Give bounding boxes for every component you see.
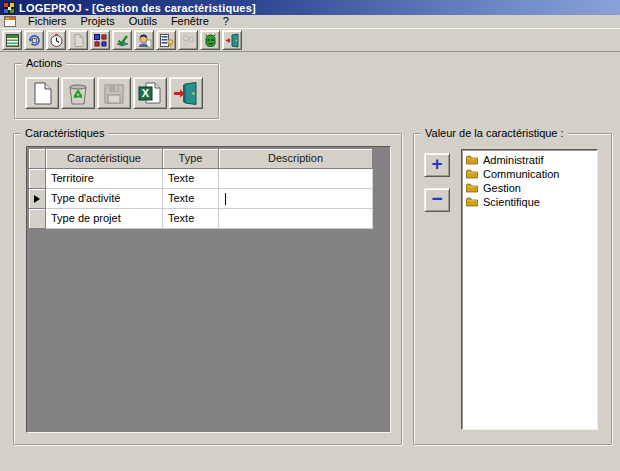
menu-bar: Fichiers Projets Outils Fenêtre ? [0, 15, 620, 28]
toolbar-access-keys-button[interactable] [156, 30, 176, 50]
clock-icon [49, 33, 64, 48]
recycle-bin-icon [65, 81, 91, 106]
access-key-list-icon [159, 33, 174, 48]
cell-type[interactable]: Texte [163, 209, 219, 229]
application-window: LOGEPROJ - [Gestion des caractéristiques… [0, 0, 620, 471]
export-excel-button[interactable]: X [133, 77, 167, 109]
add-value-button[interactable]: + [424, 153, 450, 177]
cell-caracteristique[interactable]: Type de projet [46, 209, 163, 229]
menu-fenetre[interactable]: Fenêtre [164, 15, 216, 28]
list-item-administratif[interactable]: Administratif [466, 153, 597, 167]
column-header-type: Type [163, 149, 219, 169]
menu-outils[interactable]: Outils [122, 15, 164, 28]
menu-aide[interactable]: ? [216, 15, 236, 28]
form-window-icon[interactable] [4, 16, 16, 27]
cell-caracteristique[interactable]: Territoire [46, 169, 163, 189]
list-item-scientifique[interactable]: Scientifique [466, 195, 597, 209]
new-document-disabled-icon [71, 33, 86, 48]
cell-type[interactable]: Texte [163, 189, 219, 209]
toolbar-new-disabled-button[interactable] [68, 30, 88, 50]
table-row[interactable]: Territoire Texte [29, 169, 373, 189]
client-area: Actions [0, 52, 620, 471]
characteristics-groupbox: Caractéristiques Caractéristique Type De… [13, 133, 402, 445]
validate-check-icon [115, 33, 130, 48]
toolbar-clock-button[interactable] [46, 30, 66, 50]
folder-icon [466, 155, 478, 165]
delete-button[interactable] [61, 77, 95, 109]
users-disabled-icon [181, 33, 196, 48]
quit-button[interactable] [169, 77, 203, 109]
floppy-disk-icon [101, 81, 127, 106]
toolbar-diagram-button[interactable] [90, 30, 110, 50]
new-document-icon [29, 81, 55, 106]
characteristics-table-icon [5, 33, 20, 48]
column-header-description: Description [219, 149, 373, 169]
cell-description[interactable] [219, 169, 373, 189]
toolbar-robot-button[interactable] [200, 30, 220, 50]
user-icon [137, 33, 152, 48]
toolbar-refresh-projects-button[interactable] [24, 30, 44, 50]
toolbar-users-disabled-button[interactable] [178, 30, 198, 50]
robot-icon [203, 33, 218, 48]
toolbar-characteristics-button[interactable] [2, 30, 22, 50]
menu-projets[interactable]: Projets [74, 15, 122, 28]
table-row-current[interactable]: Type d'activité Texte [29, 189, 373, 209]
characteristics-grid[interactable]: Caractéristique Type Description Territo… [26, 146, 391, 433]
folder-icon [466, 197, 478, 207]
row-selector-current[interactable] [29, 189, 46, 209]
values-groupbox: Valeur de la caractéristique : + − Admin… [413, 133, 612, 445]
folder-icon [466, 183, 478, 193]
characteristics-table: Caractéristique Type Description Territo… [29, 149, 373, 229]
new-button[interactable] [25, 77, 59, 109]
folder-icon [466, 169, 478, 179]
current-row-arrow-icon [34, 195, 40, 203]
title-bar[interactable]: LOGEPROJ - [Gestion des caractéristiques… [0, 0, 620, 15]
row-selector[interactable] [29, 209, 46, 229]
list-item-communication[interactable]: Communication [466, 167, 597, 181]
actions-label: Actions [22, 57, 66, 69]
actions-button-row: X [25, 77, 203, 109]
list-item-gestion[interactable]: Gestion [466, 181, 597, 195]
svg-text:X: X [142, 87, 150, 99]
toolbar-exit-button[interactable] [222, 30, 242, 50]
exit-door-icon [225, 33, 240, 48]
cell-caracteristique[interactable]: Type d'activité [46, 189, 163, 209]
column-header-caracteristique: Caractéristique [46, 149, 163, 169]
window-title: LOGEPROJ - [Gestion des caractéristiques… [19, 2, 256, 14]
values-label: Valeur de la caractéristique : [421, 127, 568, 139]
toolbar [0, 28, 620, 52]
values-listbox[interactable]: Administratif Communication Gestion [461, 149, 598, 430]
refresh-projects-icon [27, 33, 42, 48]
app-logo-icon [3, 2, 15, 14]
row-selector[interactable] [29, 169, 46, 189]
table-row[interactable]: Type de projet Texte [29, 209, 373, 229]
diagram-nodes-icon [93, 33, 108, 48]
header-selector-cell [29, 149, 46, 169]
excel-document-icon: X [137, 81, 163, 106]
toolbar-validate-button[interactable] [112, 30, 132, 50]
text-caret [225, 193, 226, 205]
cell-description-editing[interactable] [219, 189, 373, 209]
save-button-disabled[interactable] [97, 77, 131, 109]
table-header-row: Caractéristique Type Description [29, 149, 373, 169]
cell-description[interactable] [219, 209, 373, 229]
cell-type[interactable]: Texte [163, 169, 219, 189]
exit-door-icon [173, 81, 199, 106]
menu-fichiers[interactable]: Fichiers [21, 15, 74, 28]
characteristics-label: Caractéristiques [21, 127, 108, 139]
toolbar-user-button[interactable] [134, 30, 154, 50]
actions-groupbox: Actions [14, 63, 219, 119]
remove-value-button[interactable]: − [424, 188, 450, 212]
